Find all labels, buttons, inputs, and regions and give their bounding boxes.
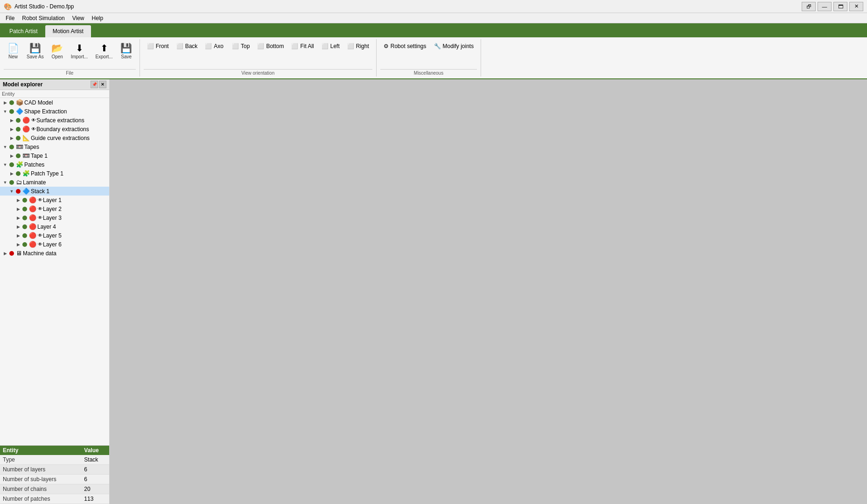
btn-import[interactable]: ⬇ Import... — [68, 41, 91, 61]
tree-item-layer3[interactable]: ▶ 🔴 👁 Layer 3 — [0, 213, 109, 222]
top-icon: ⬜ — [232, 43, 239, 49]
toggle-layer5[interactable]: ▶ — [15, 233, 21, 238]
btn-new[interactable]: 📄 New — [4, 41, 22, 61]
laminate-label: Laminate — [23, 179, 46, 186]
layer4-icon: 🔴 — [29, 223, 36, 230]
toggle-machine-data[interactable]: ▶ — [2, 251, 8, 256]
tree-item-layer5[interactable]: ▶ 🔴 👁 Layer 5 — [0, 231, 109, 240]
toolbar-view-group: ⬜ Front ⬜ Back ⬜ Axo ⬜ Top ⬜ Bottom ⬜ — [140, 39, 377, 77]
toggle-stack1[interactable]: ▼ — [8, 189, 15, 194]
vis-circle-cad — [9, 100, 14, 105]
toggle-layer2[interactable]: ▶ — [15, 207, 21, 211]
menu-file[interactable]: File — [2, 14, 18, 22]
props-col-value: Value — [81, 446, 109, 455]
tree-item-shape-extraction[interactable]: ▼ 🔷 Shape Extraction — [0, 107, 109, 116]
toggle-boundary[interactable]: ▶ — [8, 127, 15, 132]
btn-import-label: Import... — [71, 54, 88, 59]
btn-axo[interactable]: ⬜ Axo — [202, 41, 227, 51]
layer5-vis-icon: 👁 — [38, 233, 42, 238]
layer6-vis-icon: 👁 — [38, 242, 42, 247]
menu-bar: File Robot Simulation View Help — [0, 13, 867, 23]
btn-robot-settings[interactable]: ⚙ Robot settings — [380, 41, 430, 51]
toggle-layer1[interactable]: ▶ — [15, 198, 21, 203]
viewport[interactable]: STÄUBLI TX200 — [110, 79, 867, 504]
layer6-label: Layer 6 — [43, 241, 62, 248]
tree-item-cad-model[interactable]: ▶ 📦 CAD Model — [0, 98, 109, 107]
toggle-layer4[interactable]: ▶ — [15, 224, 21, 229]
menu-help[interactable]: Help — [88, 14, 107, 22]
layer3-vis-icon: 👁 — [38, 215, 42, 220]
toolbar-file-group: 📄 New 💾 Save As 📂 Open ⬇ Import... ⬆ Exp… — [0, 39, 140, 77]
toggle-layer6[interactable]: ▶ — [15, 242, 21, 247]
export-icon: ⬆ — [100, 42, 108, 54]
btn-open[interactable]: 📂 Open — [48, 41, 67, 61]
btn-save-as[interactable]: 💾 Save As — [23, 41, 47, 61]
tree-item-boundary-extractions[interactable]: ▶ 🔴 👁 Boundary extractions — [0, 125, 109, 133]
tab-patch-artist[interactable]: Patch Artist — [2, 25, 45, 37]
btn-open-label: Open — [51, 54, 63, 59]
toggle-tape1[interactable]: ▶ — [8, 154, 15, 158]
toggle-guide-curve[interactable]: ▶ — [8, 136, 15, 140]
tree-item-stack1[interactable]: ▼ 🔷 Stack 1 — [0, 187, 109, 196]
btn-front-label: Front — [156, 43, 169, 49]
tree-item-layer6[interactable]: ▶ 🔴 👁 Layer 6 — [0, 240, 109, 249]
tree-item-layer4[interactable]: ▶ 🔴 Layer 4 — [0, 222, 109, 231]
new-icon: 📄 — [7, 42, 19, 54]
vis-circle-patch1 — [16, 171, 21, 176]
toggle-patch-type1[interactable]: ▶ — [8, 171, 15, 176]
tab-motion-artist[interactable]: Motion Artist — [45, 25, 91, 37]
toggle-laminate[interactable]: ▼ — [2, 180, 8, 185]
toggle-cad-model[interactable]: ▶ — [2, 100, 8, 105]
toggle-tapes[interactable]: ▼ — [2, 145, 8, 149]
shape-extraction-icon: 🔷 — [16, 108, 23, 115]
toolbar-misc-group: ⚙ Robot settings 🔧 Modify joints Miscell… — [377, 39, 481, 77]
btn-right[interactable]: ⬜ Right — [344, 41, 372, 51]
btn-modify-joints[interactable]: 🔧 Modify joints — [431, 41, 477, 51]
btn-top[interactable]: ⬜ Top — [229, 41, 253, 51]
menu-robot-simulation[interactable]: Robot Simulation — [18, 14, 68, 22]
btn-save-as-label: Save As — [27, 54, 44, 59]
tree-item-layer1[interactable]: ▶ 🔴 👁 Layer 1 — [0, 196, 109, 204]
tree-item-machine-data[interactable]: ▶ 🖥 Machine data — [0, 249, 109, 258]
machine-data-icon: 🖥 — [16, 250, 22, 257]
props-entity: Number of chains — [0, 484, 81, 494]
patch-type1-icon: 🧩 — [22, 170, 30, 177]
tree-item-laminate[interactable]: ▼ 🗂 Laminate — [0, 178, 109, 187]
menu-view[interactable]: View — [69, 14, 88, 22]
toggle-surface[interactable]: ▶ — [8, 118, 15, 123]
tree-item-patches[interactable]: ▼ 🧩 Patches — [0, 160, 109, 169]
tree-item-tape1[interactable]: ▶ 📼 Tape 1 — [0, 151, 109, 160]
tree-item-layer2[interactable]: ▶ 🔴 👁 Layer 2 — [0, 204, 109, 213]
model-tree: ▶ 📦 CAD Model ▼ 🔷 Shape Extraction ▶ 🔴 👁 — [0, 98, 109, 445]
btn-save[interactable]: 💾 Save — [117, 41, 136, 61]
surface-extractions-label: Surface extractions — [36, 117, 84, 124]
tree-item-guide-curve[interactable]: ▶ 📐 Guide curve extractions — [0, 133, 109, 142]
model-explorer-close-btn[interactable]: ✕ — [99, 81, 106, 88]
model-explorer-title: Model explorer — [3, 81, 42, 88]
btn-fit-all[interactable]: ⬜ Fit All — [288, 41, 317, 51]
minimize-btn[interactable]: — — [818, 2, 832, 11]
model-explorer-pin-btn[interactable]: 📌 — [91, 81, 98, 88]
open-icon: 📂 — [51, 42, 63, 54]
toolbar-file-buttons: 📄 New 💾 Save As 📂 Open ⬇ Import... ⬆ Exp… — [4, 39, 136, 69]
close-btn[interactable]: ✕ — [849, 2, 863, 11]
props-entity: Number of sub-layers — [0, 475, 81, 484]
toggle-layer3[interactable]: ▶ — [15, 216, 21, 220]
boundary-extractions-label: Boundary extractions — [36, 126, 89, 133]
props-row: Number of sub-layers6 — [0, 475, 109, 484]
tree-item-patch-type1[interactable]: ▶ 🧩 Patch Type 1 — [0, 169, 109, 178]
btn-left[interactable]: ⬜ Left — [318, 41, 343, 51]
btn-bottom[interactable]: ⬜ Bottom — [254, 41, 287, 51]
model-explorer-header-btns: 📌 ✕ — [91, 81, 106, 88]
btn-front[interactable]: ⬜ Front — [144, 41, 172, 51]
cad-model-icon: 📦 — [16, 99, 23, 106]
toggle-shape-extraction[interactable]: ▼ — [2, 109, 8, 114]
maximize-btn[interactable]: 🗖 — [833, 2, 847, 11]
btn-back[interactable]: ⬜ Back — [173, 41, 201, 51]
tree-item-surface-extractions[interactable]: ▶ 🔴 👁 Surface extractions — [0, 116, 109, 125]
btn-export[interactable]: ⬆ Export... — [92, 41, 116, 61]
tree-item-tapes[interactable]: ▼ 📼 Tapes — [0, 142, 109, 151]
toggle-patches[interactable]: ▼ — [2, 162, 8, 167]
layer2-vis-icon: 👁 — [38, 206, 42, 211]
restore-btn[interactable]: 🗗 — [802, 2, 816, 11]
